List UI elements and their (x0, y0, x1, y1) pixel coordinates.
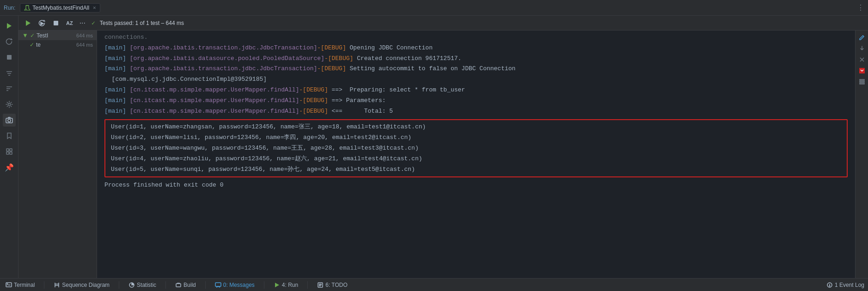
divider-2 (119, 281, 119, 289)
sort-icon-btn[interactable] (3, 82, 16, 95)
log-line-3: [main] [org.apache.ibatis.transaction.jd… (97, 64, 855, 74)
svg-rect-16 (10, 152, 12, 154)
log-line-7: [main] [cn.itcast.mp.simple.mapper.UserM… (97, 106, 855, 117)
more-options-icon[interactable]: ⋮ (857, 3, 864, 12)
rerun-icon-btn[interactable] (3, 35, 16, 48)
test-duration-1: 644 ms (76, 33, 93, 38)
divider-5 (264, 281, 264, 289)
user-output-box: User(id=1, userName=zhangsan, password=1… (104, 119, 848, 177)
svg-rect-13 (6, 149, 9, 151)
status-todo-label: 6: TODO (325, 282, 348, 288)
test-tree-panel: ▼ ✓ TestI 644 ms ✓ te 644 ms (18, 30, 97, 278)
status-sequence-diagram[interactable]: Sequence Diagram (52, 282, 111, 288)
svg-rect-31 (176, 284, 181, 287)
clear-output-btn[interactable] (857, 55, 867, 65)
main-layout: 📌 AZ ··· ✓ Tests passed: 1 of 1 te (0, 16, 868, 278)
status-sequence-label: Sequence Diagram (62, 282, 110, 288)
status-statistic-label: Statistic (137, 282, 156, 288)
check-icon-2: ✓ (30, 42, 34, 48)
status-bar: Terminal Sequence Diagram Statistic Buil… (0, 278, 868, 291)
log-line-1: [main] [org.apache.ibatis.transaction.jd… (97, 43, 855, 54)
camera-icon-btn[interactable] (3, 114, 16, 127)
svg-marker-17 (26, 20, 31, 26)
bookmark-icon-btn[interactable] (3, 129, 16, 142)
toolbar: AZ ··· ✓ Tests passed: 1 of 1 test – 644… (18, 16, 868, 30)
event-log-icon (826, 282, 833, 288)
status-run[interactable]: 4: Run (272, 282, 300, 288)
svg-rect-24 (860, 81, 864, 82)
svg-point-1 (26, 9, 27, 10)
tab-close-button[interactable]: ✕ (93, 5, 96, 11)
build-icon (175, 282, 182, 288)
svg-rect-32 (215, 283, 221, 286)
user-line-1: User(id=1, userName=zhangsan, password=1… (105, 122, 847, 133)
tests-passed-label: Tests passed: 1 of 1 test – 644 ms (100, 20, 184, 26)
stop-icon-btn[interactable] (3, 51, 16, 64)
terminal-icon (6, 282, 12, 288)
svg-point-40 (829, 285, 830, 286)
status-todo[interactable]: 6: TODO (315, 282, 349, 288)
test-icon (24, 5, 31, 11)
divider-3 (165, 281, 166, 289)
log-line-2: [main] [org.apache.ibatis.datasource.poo… (97, 54, 855, 64)
test-item-testI[interactable]: ▼ ✓ TestI 644 ms (18, 30, 97, 40)
test-item-te[interactable]: ✓ te 644 ms (18, 40, 97, 49)
svg-rect-14 (10, 149, 12, 151)
todo-icon (317, 282, 324, 288)
svg-marker-18 (41, 22, 43, 25)
event-log[interactable]: 1 Event Log (826, 282, 864, 288)
messages-icon (215, 282, 221, 288)
rerun-all-button[interactable] (36, 18, 48, 28)
right-icon-strip (855, 30, 868, 278)
console-output: connections. [main] [org.apache.ibatis.t… (97, 30, 855, 278)
status-terminal-label: Terminal (14, 282, 35, 288)
more-options-button[interactable]: ··· (77, 18, 88, 29)
svg-point-10 (8, 103, 10, 106)
expand-icon-btn[interactable] (3, 145, 16, 158)
run-label: Run: (4, 5, 15, 11)
run-status-icon (274, 282, 280, 288)
test-item-label-2: te (36, 42, 41, 48)
svg-marker-2 (7, 23, 12, 29)
status-messages[interactable]: 0: Messages (213, 282, 257, 288)
tests-passed-check: ✓ (92, 19, 95, 27)
settings-icon-btn[interactable] (3, 98, 16, 111)
play-button[interactable] (22, 18, 34, 28)
status-build[interactable]: Build (173, 282, 198, 288)
active-tab[interactable]: TestMybatis.testFindAll ✕ (20, 3, 100, 12)
svg-marker-33 (275, 283, 279, 287)
log-line-5: [main] [cn.itcast.mp.simple.mapper.UserM… (97, 85, 855, 96)
log-line-6: [main] [cn.itcast.mp.simple.mapper.UserM… (97, 96, 855, 106)
tab-title: TestMybatis.testFindAll (32, 5, 89, 11)
settings-output-btn[interactable] (857, 77, 867, 87)
filter-output-btn[interactable] (857, 66, 867, 76)
svg-rect-19 (54, 21, 58, 25)
test-item-label-1: TestI (37, 32, 48, 39)
tests-count: Tests passed: 1 of 1 test – 644 ms (100, 20, 184, 26)
check-icon-1: ✓ (30, 32, 35, 39)
status-run-label: 4: Run (282, 282, 298, 288)
user-line-5: User(id=5, userName=sunqi, password=1234… (105, 164, 847, 175)
pencil-icon-btn[interactable] (857, 32, 867, 42)
stop-button[interactable] (50, 18, 62, 28)
run-icon-btn[interactable] (3, 19, 16, 32)
svg-rect-25 (860, 83, 864, 84)
status-terminal[interactable]: Terminal (4, 282, 37, 288)
status-messages-label: 0: Messages (223, 282, 255, 288)
test-passed-icon: ▼ (22, 32, 28, 39)
log-line-0: connections. (97, 32, 855, 43)
az-sort-button[interactable]: AZ (64, 19, 75, 27)
event-log-label: 1 Event Log (835, 282, 864, 288)
svg-rect-15 (6, 152, 9, 154)
pin-icon-btn[interactable]: 📌 (3, 161, 16, 174)
scroll-lock-btn[interactable] (857, 43, 867, 54)
filter-icon-btn[interactable] (3, 67, 16, 79)
user-line-4: User(id=4, userName=zhaoliu, password=12… (105, 154, 847, 164)
left-icon-strip: 📌 (0, 16, 18, 278)
test-duration-2: 644 ms (76, 42, 93, 48)
svg-point-12 (8, 119, 11, 122)
user-line-3: User(id=3, userName=wangwu, password=123… (105, 143, 847, 154)
diagram-icon (54, 282, 60, 288)
status-statistic[interactable]: Statistic (127, 282, 158, 288)
tab-bar: Run: TestMybatis.testFindAll ✕ ⋮ (0, 0, 868, 16)
